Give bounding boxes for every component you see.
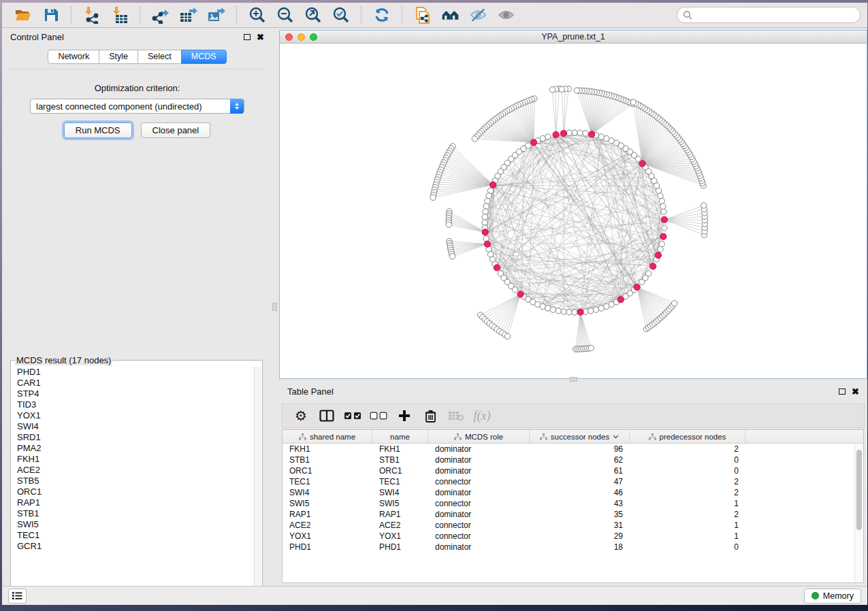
graph-hub-node[interactable]	[530, 139, 536, 146]
graph-node[interactable]	[504, 333, 510, 339]
close-panel-icon[interactable]: ✖	[257, 33, 264, 42]
graph-node[interactable]	[561, 309, 566, 314]
open-file-icon[interactable]	[14, 6, 32, 24]
mcds-result-item[interactable]: ORC1	[12, 486, 254, 497]
table-row[interactable]: PHD1PHD1dominator180	[283, 542, 863, 552]
graph-node[interactable]	[482, 214, 487, 220]
column-header-shared-name[interactable]: shared name	[283, 430, 372, 443]
graph-node[interactable]	[485, 198, 490, 203]
tab-network[interactable]: Network	[48, 50, 99, 64]
splitter-grip[interactable]	[272, 303, 277, 311]
graph-node[interactable]	[430, 195, 436, 200]
scrollbar-thumb[interactable]	[856, 450, 862, 530]
network-window-titlebar[interactable]: YPA_prune.txt_1	[280, 31, 867, 44]
graph-hub-node[interactable]	[553, 131, 559, 137]
graph-node[interactable]	[486, 193, 492, 199]
mcds-result-item[interactable]: STB5	[12, 476, 254, 486]
graph-hub-node[interactable]	[639, 161, 645, 167]
graph-node[interactable]	[483, 209, 488, 214]
zoom-selected-icon[interactable]	[332, 6, 350, 24]
mcds-list-scrollbar[interactable]	[254, 367, 261, 589]
graph-hub-node[interactable]	[482, 229, 488, 235]
graph-hub-node[interactable]	[661, 216, 667, 222]
graph-hub-node[interactable]	[660, 233, 666, 240]
table-row[interactable]: ACE2ACE2connector311	[283, 520, 863, 531]
network-canvas[interactable]	[280, 44, 867, 378]
deselect-all-check-icon[interactable]	[368, 406, 389, 425]
graph-hub-node[interactable]	[490, 182, 496, 188]
column-header-successor-nodes[interactable]: successor nodes	[530, 430, 630, 443]
graph-node[interactable]	[588, 308, 594, 314]
mcds-result-item[interactable]: CAR1	[12, 378, 254, 389]
search-box[interactable]	[677, 7, 861, 23]
graph-node[interactable]	[630, 99, 636, 105]
mcds-result-item[interactable]: PMA2	[12, 443, 254, 454]
graph-node[interactable]	[645, 271, 651, 276]
graph-node[interactable]	[583, 131, 588, 136]
graph-node[interactable]	[572, 310, 577, 315]
graph-hub-node[interactable]	[617, 297, 624, 303]
tab-select[interactable]: Select	[138, 50, 182, 64]
table-row[interactable]: ORC1ORC1dominator610	[283, 465, 863, 476]
tab-mcds[interactable]: MCDS	[181, 50, 227, 64]
table-row[interactable]: STB1STB1dominator620	[283, 455, 863, 465]
table-scrollbar[interactable]	[854, 444, 863, 582]
graph-hub-node[interactable]	[517, 291, 524, 297]
graph-node[interactable]	[549, 87, 555, 93]
table-row[interactable]: RAP1RAP1dominator352	[283, 509, 863, 520]
table-row[interactable]: FKH1FKH1dominator962	[283, 444, 863, 455]
vertical-splitter[interactable]	[272, 28, 277, 605]
graph-hub-node[interactable]	[650, 263, 656, 269]
tab-style[interactable]: Style	[99, 50, 138, 64]
memory-button[interactable]: Memory	[804, 589, 861, 604]
delete-column-icon[interactable]	[420, 406, 440, 425]
export-image-icon[interactable]	[207, 6, 225, 24]
graph-node[interactable]	[446, 222, 451, 227]
table-options-icon[interactable]: ⚙	[291, 406, 311, 425]
import-network-icon[interactable]	[82, 6, 101, 24]
export-table-icon[interactable]	[179, 6, 197, 24]
float-table-panel-icon[interactable]	[839, 389, 846, 395]
mcds-result-item[interactable]: TEC1	[12, 530, 254, 541]
close-table-panel-icon[interactable]: ✖	[852, 387, 859, 396]
mcds-result-item[interactable]: TID3	[12, 399, 254, 410]
run-mcds-button[interactable]: Run MCDS	[64, 122, 132, 138]
network-graph[interactable]	[280, 44, 867, 378]
graph-node[interactable]	[662, 225, 667, 231]
column-selector-icon[interactable]	[317, 406, 337, 425]
optimization-select[interactable]: largest connected component (undirected)	[30, 99, 244, 114]
graph-hub-node[interactable]	[589, 131, 595, 137]
graph-node[interactable]	[661, 209, 666, 214]
select-all-check-icon[interactable]	[342, 406, 363, 425]
zoom-out-icon[interactable]	[276, 6, 294, 24]
graph-node[interactable]	[598, 134, 604, 139]
graph-node[interactable]	[550, 307, 556, 312]
zoom-in-icon[interactable]	[248, 6, 266, 24]
mcds-result-item[interactable]: RAP1	[12, 497, 254, 508]
add-column-icon[interactable]	[394, 406, 415, 425]
mcds-result-item[interactable]: YOX1	[12, 410, 254, 421]
zoom-fit-icon[interactable]	[304, 6, 322, 24]
mcds-result-item[interactable]: STB1	[12, 508, 254, 519]
graph-node[interactable]	[701, 203, 707, 208]
show-panels-button[interactable]	[8, 589, 27, 604]
mcds-result-item[interactable]: FKH1	[12, 454, 254, 465]
graph-node[interactable]	[472, 136, 477, 142]
mcds-result-item[interactable]: SWI4	[12, 421, 254, 432]
table-row[interactable]: TEC1TEC1connector472	[283, 476, 863, 487]
table-row[interactable]: SWI4SWI4dominator462	[283, 487, 863, 498]
graph-hub-node[interactable]	[560, 130, 566, 136]
graph-node[interactable]	[559, 86, 564, 92]
mcds-result-item[interactable]: SWI5	[12, 519, 254, 530]
export-network-icon[interactable]	[151, 6, 170, 24]
graph-node[interactable]	[572, 130, 577, 135]
refresh-icon[interactable]	[372, 6, 391, 24]
mcds-result-item[interactable]: PHD1	[12, 367, 254, 378]
graph-node[interactable]	[449, 254, 455, 259]
graph-node[interactable]	[566, 130, 572, 135]
graph-node[interactable]	[671, 301, 677, 306]
graph-node[interactable]	[482, 220, 487, 225]
graph-node[interactable]	[545, 306, 551, 311]
graph-node[interactable]	[588, 345, 594, 350]
graph-node[interactable]	[659, 241, 664, 246]
